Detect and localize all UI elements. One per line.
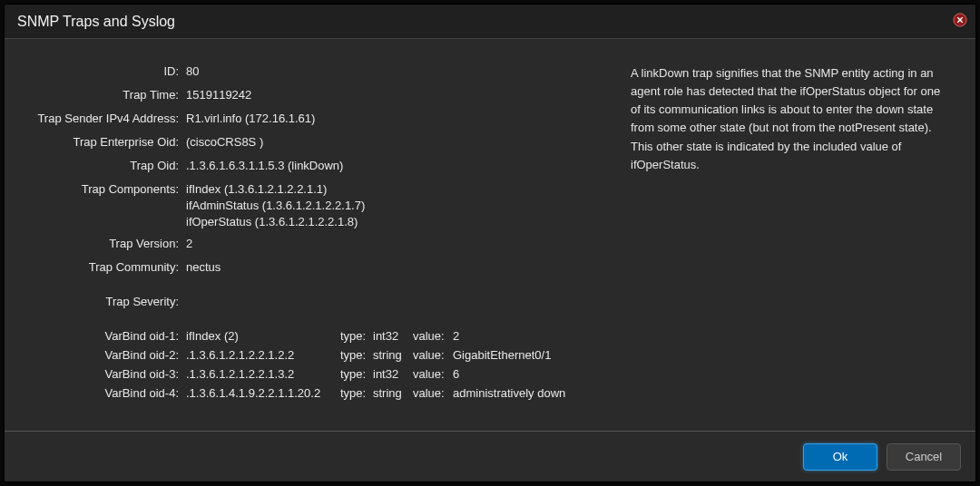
varbind-value-label: value: — [413, 386, 453, 400]
row-trap-time: Trap Time: 1519119242 — [23, 88, 603, 106]
description-pane: A linkDown trap signifies that the SNMP … — [631, 64, 957, 413]
varbind-label: VarBind oid-1: — [23, 329, 186, 343]
close-button[interactable] — [952, 12, 968, 28]
varbind-type-label: type: — [340, 329, 373, 343]
value-trap-components: ifIndex (1.3.6.1.2.1.2.2.1.1) ifAdminSta… — [186, 182, 603, 231]
varbind-value: GigabitEthernet0/1 — [453, 348, 603, 362]
titlebar: SNMP Traps and Syslog — [5, 5, 975, 39]
component-line-1: ifIndex (1.3.6.1.2.1.2.2.1.1) — [186, 182, 603, 196]
label-trap-time: Trap Time: — [23, 88, 186, 102]
row-trap-severity: Trap Severity: — [23, 295, 603, 313]
varbind-value-label: value: — [413, 348, 453, 362]
row-enterprise-oid: Trap Enterprise Oid: (ciscoCRS8S ) — [23, 135, 603, 153]
varbind-value: administratively down — [453, 386, 603, 400]
ok-button[interactable]: Ok — [803, 443, 877, 471]
component-line-3: ifOperStatus (1.3.6.1.2.1.2.2.1.8) — [186, 215, 603, 228]
varbind-row: VarBind oid-2:.1.3.6.1.2.1.2.2.1.2.2type… — [23, 348, 603, 362]
dialog-footer: Ok Cancel — [5, 431, 975, 481]
label-trap-severity: Trap Severity: — [23, 295, 186, 308]
row-trap-community: Trap Community: nectus — [23, 260, 603, 278]
row-sender: Trap Sender IPv4 Address: R1.virl.info (… — [23, 112, 603, 130]
varbind-value: 6 — [453, 367, 603, 381]
varbind-value-label: value: — [413, 367, 453, 381]
varbind-label: VarBind oid-2: — [23, 348, 186, 362]
row-trap-version: Trap Version: 2 — [23, 237, 603, 255]
varbind-type-label: type: — [340, 348, 373, 362]
value-sender: R1.virl.info (172.16.1.61) — [186, 112, 603, 125]
label-enterprise-oid: Trap Enterprise Oid: — [23, 135, 186, 149]
varbind-type-value: int32 — [373, 329, 413, 343]
close-icon — [953, 13, 967, 27]
trap-description: A linkDown trap signifies that the SNMP … — [631, 64, 948, 174]
varbind-oid: ifIndex (2) — [186, 329, 340, 343]
varbind-value: 2 — [453, 329, 603, 343]
dialog-body: ID: 80 Trap Time: 1519119242 Trap Sender… — [5, 39, 975, 431]
component-line-2: ifAdminStatus (1.3.6.1.2.1.2.2.1.7) — [186, 199, 603, 212]
varbind-type-value: string — [373, 348, 413, 362]
label-sender: Trap Sender IPv4 Address: — [23, 112, 186, 125]
value-trap-version: 2 — [186, 237, 603, 250]
varbind-oid: .1.3.6.1.2.1.2.2.1.3.2 — [186, 367, 340, 381]
label-trap-components: Trap Components: — [23, 182, 186, 196]
varbind-label: VarBind oid-3: — [23, 367, 186, 381]
varbind-type-label: type: — [340, 367, 373, 381]
varbind-row: VarBind oid-3:.1.3.6.1.2.1.2.2.1.3.2type… — [23, 367, 603, 381]
varbind-row: VarBind oid-4:.1.3.6.1.4.1.9.2.2.1.1.20.… — [23, 386, 603, 400]
value-enterprise-oid: (ciscoCRS8S ) — [186, 135, 603, 149]
varbind-oid: .1.3.6.1.4.1.9.2.2.1.1.20.2 — [186, 386, 340, 400]
varbind-type-value: string — [373, 386, 413, 400]
varbind-oid: .1.3.6.1.2.1.2.2.1.2.2 — [186, 348, 340, 362]
varbind-row: VarBind oid-1:ifIndex (2)type:int32value… — [23, 329, 603, 343]
value-trap-time: 1519119242 — [186, 88, 603, 102]
row-trap-components: Trap Components: ifIndex (1.3.6.1.2.1.2.… — [23, 182, 603, 231]
row-trap-oid: Trap Oid: .1.3.6.1.6.3.1.1.5.3 (linkDown… — [23, 159, 603, 177]
value-trap-oid: .1.3.6.1.6.3.1.1.5.3 (linkDown) — [186, 159, 603, 172]
varbind-value-label: value: — [413, 329, 453, 343]
dialog-title: SNMP Traps and Syslog — [17, 14, 175, 30]
label-trap-version: Trap Version: — [23, 237, 186, 250]
label-trap-oid: Trap Oid: — [23, 159, 186, 172]
varbind-type-label: type: — [340, 386, 373, 400]
varbind-type-value: int32 — [373, 367, 413, 381]
value-trap-community: nectus — [186, 260, 603, 274]
label-trap-community: Trap Community: — [23, 260, 186, 274]
value-id: 80 — [186, 64, 603, 78]
varbind-label: VarBind oid-4: — [23, 386, 186, 400]
label-id: ID: — [23, 64, 186, 78]
row-id: ID: 80 — [23, 64, 603, 83]
dialog-snmp-traps: SNMP Traps and Syslog ID: 80 Trap Time: … — [4, 4, 976, 482]
details-pane: ID: 80 Trap Time: 1519119242 Trap Sender… — [23, 64, 603, 413]
cancel-button[interactable]: Cancel — [887, 443, 961, 471]
